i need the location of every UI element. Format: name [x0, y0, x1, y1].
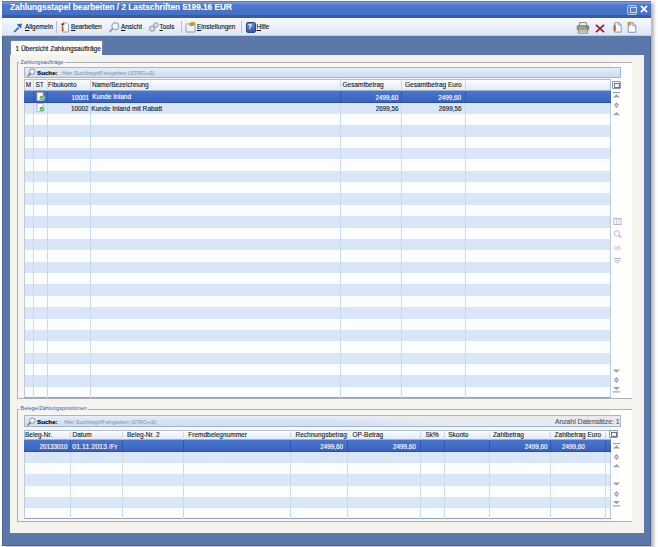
- svg-text:06: 06: [614, 245, 621, 251]
